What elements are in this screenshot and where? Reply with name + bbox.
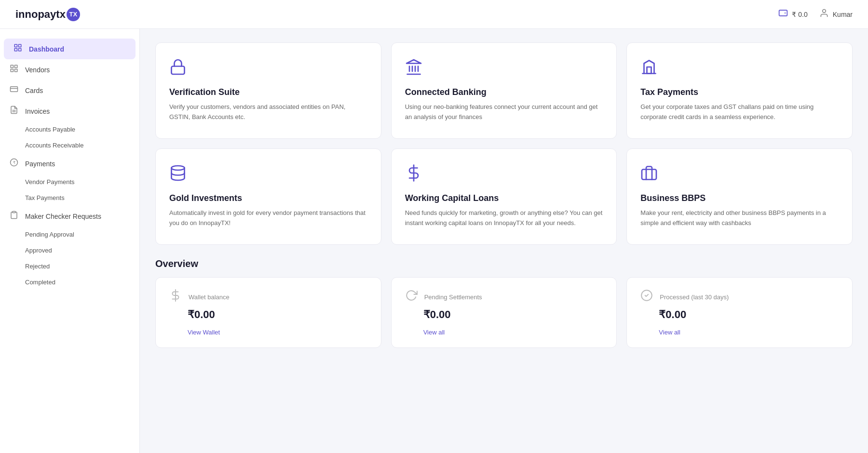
svg-rect-27 (642, 170, 656, 180)
tax-payments-desc: Get your corporate taxes and GST challan… (640, 102, 839, 122)
processed-icon (640, 289, 653, 305)
sidebar-invoices-label: Invoices (25, 107, 50, 115)
connected-banking-title: Connected Banking (405, 87, 603, 97)
wallet-balance-label: Wallet balance (189, 293, 230, 301)
sidebar-dashboard-label: Dashboard (29, 45, 64, 53)
user-icon (819, 8, 829, 20)
svg-rect-10 (11, 87, 18, 92)
logo-circle: TX (67, 8, 80, 21)
sidebar-vendors-label: Vendors (25, 66, 50, 74)
app-logo: innopaytx TX (15, 8, 80, 21)
processed-label: Processed (last 30 days) (660, 293, 729, 301)
sidebar-item-vendors[interactable]: Vendors (0, 59, 139, 80)
svg-rect-24 (647, 67, 651, 74)
sidebar-item-accounts-payable[interactable]: Accounts Payable (0, 121, 139, 137)
logo-text: innopaytx (15, 8, 66, 21)
sidebar-item-pending-approval[interactable]: Pending Approval (0, 226, 139, 242)
svg-rect-2 (14, 44, 17, 47)
svg-point-1 (822, 10, 826, 13)
connected-banking-desc: Using our neo-banking features connect y… (405, 102, 603, 122)
feature-card-working-capital: Working Capital Loans Need funds quickly… (391, 148, 617, 245)
svg-point-25 (172, 166, 185, 170)
sidebar-item-maker-checker[interactable]: Maker Checker Requests (0, 206, 139, 226)
header-right: ₹ 0.0 Kumar (778, 8, 853, 20)
gold-investments-icon (169, 164, 367, 186)
svg-rect-7 (15, 65, 17, 67)
tax-payments-icon (640, 58, 839, 80)
svg-rect-3 (19, 44, 21, 47)
sidebar-item-approved[interactable]: Approved (0, 242, 139, 258)
pending-header: Pending Settlements (405, 289, 603, 305)
sidebar-item-vendor-payments[interactable]: Vendor Payments (0, 174, 139, 190)
working-capital-desc: Need funds quickly for marketing, growth… (405, 208, 603, 228)
svg-rect-17 (172, 67, 185, 75)
vendor-payments-label: Vendor Payments (25, 178, 75, 186)
pending-approval-label: Pending Approval (25, 231, 74, 238)
header-user: Kumar (819, 8, 853, 20)
processed-view-all-link[interactable]: View all (640, 329, 839, 336)
view-wallet-link[interactable]: View Wallet (169, 329, 367, 336)
gold-investments-desc: Automatically invest in gold for every v… (169, 208, 367, 228)
business-bbps-desc: Make your rent, electricity and other bu… (640, 208, 839, 228)
pending-settlements-label: Pending Settlements (424, 293, 482, 301)
svg-text:₹: ₹ (13, 160, 15, 165)
svg-rect-4 (19, 49, 21, 51)
verification-suite-desc: Verify your customers, vendors and assoc… (169, 102, 367, 122)
overview-card-pending: Pending Settlements ₹0.00 View all (391, 277, 617, 348)
feature-card-gold-investments: Gold Investments Automatically invest in… (155, 148, 381, 245)
overview-card-processed: Processed (last 30 days) ₹0.00 View all (626, 277, 853, 348)
sidebar-item-completed[interactable]: Completed (0, 274, 139, 290)
feature-cards-grid: Verification Suite Verify your customers… (155, 42, 853, 245)
connected-banking-icon (405, 58, 603, 80)
overview-section: Overview Wallet balance ₹0.00 View Walle… (155, 258, 853, 348)
feature-card-verification-suite: Verification Suite Verify your customers… (155, 42, 381, 139)
working-capital-title: Working Capital Loans (405, 193, 603, 203)
pending-view-all-link[interactable]: View all (405, 329, 603, 336)
overview-grid: Wallet balance ₹0.00 View Wallet Pending… (155, 277, 853, 348)
feature-card-connected-banking: Connected Banking Using our neo-banking … (391, 42, 617, 139)
sidebar-item-accounts-receivable[interactable]: Accounts Receivable (0, 137, 139, 153)
rejected-label: Rejected (25, 263, 50, 270)
gold-investments-title: Gold Investments (169, 193, 367, 203)
pending-settlements-amount: ₹0.00 (405, 308, 603, 321)
svg-rect-16 (13, 212, 15, 213)
app-header: innopaytx TX ₹ 0.0 Kumar (0, 0, 868, 29)
tax-payments-label: Tax Payments (25, 194, 65, 201)
wallet-balance-icon (169, 289, 182, 305)
svg-rect-8 (15, 69, 17, 72)
sidebar-item-cards[interactable]: Cards (0, 80, 139, 101)
processed-header: Processed (last 30 days) (640, 289, 839, 305)
header-wallet: ₹ 0.0 (778, 8, 807, 20)
sidebar-cards-label: Cards (25, 87, 43, 94)
sidebar-item-tax-payments[interactable]: Tax Payments (0, 190, 139, 206)
wallet-balance-amount: ₹0.00 (169, 308, 367, 321)
sidebar: Dashboard Vendors Cards (0, 29, 140, 453)
overview-title: Overview (155, 258, 853, 269)
svg-rect-6 (11, 65, 13, 67)
invoices-icon (10, 106, 19, 117)
accounts-receivable-label: Accounts Receivable (25, 142, 83, 149)
header-wallet-amount: ₹ 0.0 (792, 11, 807, 18)
sidebar-item-invoices[interactable]: Invoices (0, 101, 139, 121)
wallet-header: Wallet balance (169, 289, 367, 305)
svg-rect-9 (11, 69, 13, 72)
verification-suite-icon (169, 58, 367, 80)
vendors-icon (10, 64, 19, 75)
main-layout: Dashboard Vendors Cards (0, 29, 868, 453)
approved-label: Approved (25, 247, 52, 254)
business-bbps-title: Business BBPS (640, 193, 839, 203)
sidebar-item-dashboard[interactable]: Dashboard (4, 39, 136, 59)
cards-icon (10, 85, 19, 96)
dashboard-icon (14, 43, 23, 54)
header-username: Kumar (833, 11, 853, 18)
accounts-payable-label: Accounts Payable (25, 126, 75, 133)
main-content: Verification Suite Verify your customers… (140, 29, 868, 453)
completed-label: Completed (25, 279, 55, 286)
processed-amount: ₹0.00 (640, 308, 839, 321)
sidebar-item-rejected[interactable]: Rejected (0, 258, 139, 274)
overview-card-wallet: Wallet balance ₹0.00 View Wallet (155, 277, 381, 348)
sidebar-payments-label: Payments (25, 160, 55, 168)
sidebar-item-payments[interactable]: ₹ Payments (0, 153, 139, 174)
business-bbps-icon (640, 164, 839, 186)
svg-marker-23 (407, 60, 421, 64)
